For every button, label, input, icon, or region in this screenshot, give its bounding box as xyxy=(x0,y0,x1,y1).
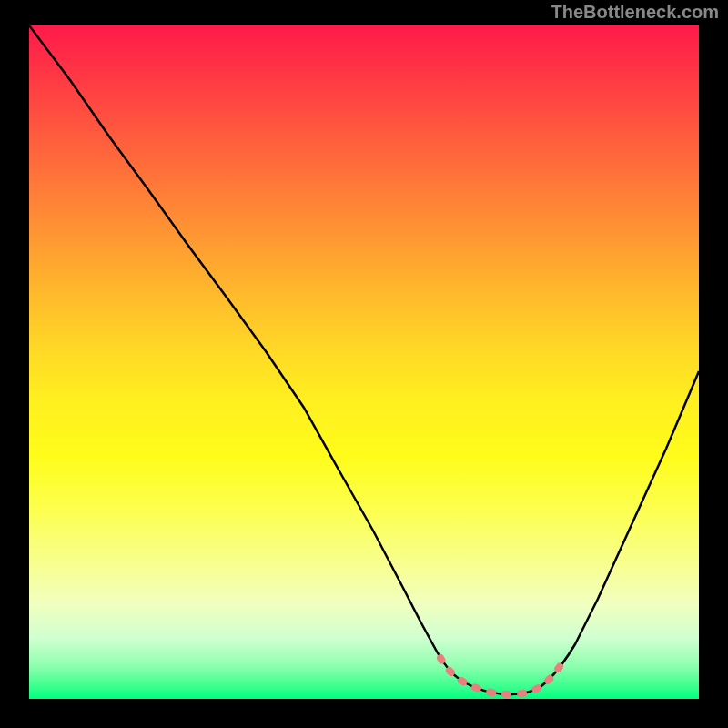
bottleneck-curve xyxy=(29,25,699,694)
watermark-text: TheBottleneck.com xyxy=(551,2,719,23)
optimal-range-marker xyxy=(440,658,564,694)
chart-svg xyxy=(29,25,699,699)
chart-container: TheBottleneck.com xyxy=(0,0,728,728)
plot-area xyxy=(29,25,699,699)
